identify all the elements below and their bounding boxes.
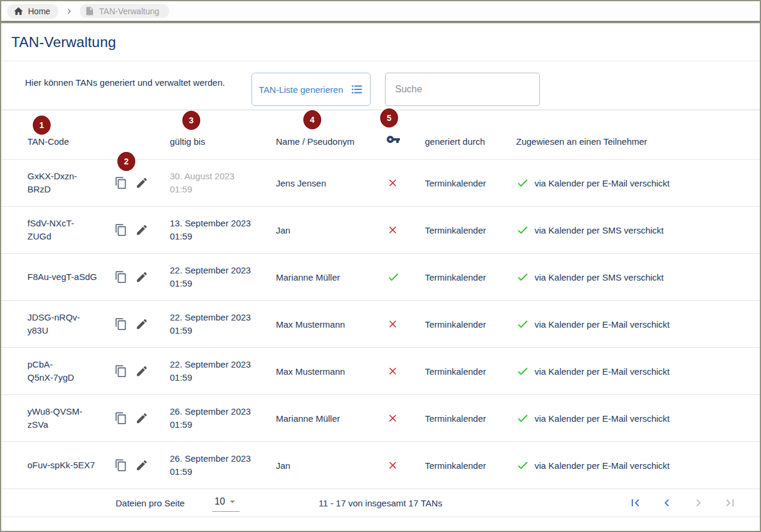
valid-until-cell: 30. August 2023 01:59 [170,170,276,196]
used-check-icon [387,270,400,284]
used-x-icon [387,412,399,424]
list-icon [350,83,364,96]
key-icon [386,132,425,147]
copy-icon[interactable] [114,270,128,284]
table-row: yWu8-QVSM- zSVa 26. September 2023 01:59… [1,394,760,441]
valid-until-cell: 22. September 2023 01:59 [170,311,276,337]
breadcrumb: Home TAN-Verwaltung [1,1,760,21]
edit-icon[interactable] [135,176,148,189]
breadcrumb-current[interactable]: TAN-Verwaltung [80,4,169,18]
name-cell: Jens Jensen [276,178,386,188]
edit-icon[interactable] [135,270,148,284]
table-row: oFuv-spKk-5EX7 26. September 2023 01:59 … [1,441,760,489]
assigned-cell: via Kalender per E-Mail verschickt [516,318,750,331]
pagination [628,496,737,510]
table-row: fSdV-NXcT- ZUGd 13. September 2023 01:59… [1,206,760,253]
valid-until-cell: 22. September 2023 01:59 [170,358,276,384]
edit-icon[interactable] [135,318,148,331]
copy-icon[interactable] [114,176,128,189]
assigned-cell: via Kalender per E-Mail verschickt [516,365,750,378]
generated-by-cell: Terminkalender [425,413,516,424]
name-cell: Jan [276,225,386,235]
edit-icon[interactable] [135,223,148,237]
assigned-check-icon [516,318,529,331]
assigned-text: via Kalender per E-Mail verschickt [535,461,670,471]
table-body: GxKX-Dxzn- BRzD 30. August 2023 01:59 Je… [1,159,760,489]
table-row: pCbA- Q5nX-7ygD 22. September 2023 01:59… [1,347,760,394]
callout-badge-2: 2 [118,153,135,170]
used-x-icon [387,365,399,377]
assigned-text: via Kalender per E-Mail verschickt [535,366,670,377]
per-page-select[interactable]: 10 [212,494,240,512]
row-actions [114,270,170,284]
edit-icon[interactable] [135,459,148,472]
name-cell: Marianne Müller [276,413,386,424]
assigned-check-icon [516,459,529,472]
assigned-check-icon [516,270,529,284]
title-row: TAN-Verwaltung [1,23,760,61]
assigned-text: via Kalender per E-Mail verschickt [535,413,670,424]
valid-until-cell: 13. September 2023 01:59 [170,217,276,243]
tan-code-cell: yWu8-QVSM- zSVa [27,405,114,431]
breadcrumb-current-label: TAN-Verwaltung [99,7,159,16]
search-input[interactable] [385,73,540,106]
generated-by-cell: Terminkalender [425,461,516,471]
used-status-cell [386,365,425,377]
header-tan-code: TAN-Code [27,136,114,147]
edit-icon[interactable] [135,412,148,425]
copy-icon[interactable] [114,459,128,472]
used-status-cell [386,412,425,424]
used-status-cell [386,177,425,189]
generate-button-label: TAN-Liste generieren [259,85,343,95]
assigned-cell: via Kalender per E-Mail verschickt [516,176,750,189]
assigned-text: via Kalender per E-Mail verschickt [535,178,670,188]
copy-icon[interactable] [114,318,128,331]
valid-until-cell: 26. September 2023 01:59 [170,452,276,478]
edit-icon[interactable] [135,365,148,378]
previous-page-button[interactable] [660,496,674,510]
last-page-button[interactable] [723,496,737,510]
assigned-cell: via Kalender per E-Mail verschickt [516,412,750,425]
assigned-text: via Kalender per SMS verschickt [535,272,664,282]
document-icon [85,6,95,16]
table-row: GxKX-Dxzn- BRzD 30. August 2023 01:59 Je… [1,159,760,206]
callout-badge-3: 3 [183,111,200,129]
assigned-check-icon [516,412,529,425]
generated-by-cell: Terminkalender [425,366,516,377]
copy-icon[interactable] [114,223,128,237]
name-cell: Max Mustermann [276,366,386,377]
used-status-cell [386,224,425,236]
used-x-icon [387,224,399,236]
name-cell: Jan [276,461,386,471]
assigned-cell: via Kalender per SMS verschickt [516,223,750,237]
table-footer: Dateien pro Seite 10 11 - 17 von insgesa… [1,489,760,517]
header-valid-until: gültig bis [170,136,276,147]
breadcrumb-home[interactable]: Home [7,4,58,18]
assigned-check-icon [516,223,529,237]
assigned-check-icon [516,176,529,189]
per-page-value: 10 [215,496,225,507]
next-page-button[interactable] [691,496,706,510]
copy-icon[interactable] [114,365,128,378]
copy-icon[interactable] [114,412,128,425]
row-actions [114,412,170,425]
assigned-check-icon [516,365,529,378]
per-page-label: Dateien pro Seite [116,498,185,508]
table-row: JDSG-nRQv- y83U 22. September 2023 01:59… [1,300,760,347]
tan-code-cell: JDSG-nRQv- y83U [27,311,114,337]
main-panel: TAN-Verwaltung Hier können TANs generier… [1,23,760,531]
breadcrumb-home-label: Home [28,7,50,16]
tan-code-cell: F8Au-vegT-aSdG [27,270,114,284]
dropdown-arrow-icon [226,496,238,508]
assigned-text: via Kalender per E-Mail verschickt [535,319,670,329]
used-status-cell [386,459,425,471]
callout-badge-4: 4 [304,111,321,129]
tan-code-cell: pCbA- Q5nX-7ygD [27,358,114,384]
first-page-button[interactable] [628,496,642,510]
table-row: F8Au-vegT-aSdG 22. September 2023 01:59 … [1,253,760,300]
generate-tan-list-button[interactable]: TAN-Liste generieren [251,73,371,106]
valid-until-cell: 22. September 2023 01:59 [170,264,276,290]
toolbar: Hier können TANs generiert und verwaltet… [1,61,760,110]
assigned-text: via Kalender per SMS verschickt [535,225,664,235]
used-status-cell [386,270,425,284]
